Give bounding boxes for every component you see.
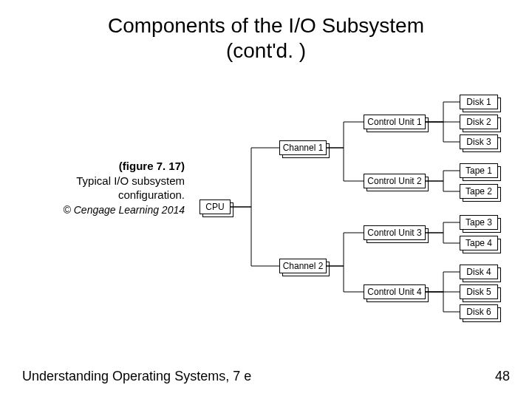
channel-1-box: Channel 1 bbox=[279, 140, 327, 155]
disk-5-box: Disk 5 bbox=[460, 284, 498, 299]
title-line1: Components of the I/O Subsystem bbox=[108, 14, 424, 37]
copyright: © Cengage Learning 2014 bbox=[64, 204, 185, 216]
disk-6-box: Disk 6 bbox=[460, 304, 498, 319]
disk-1-box: Disk 1 bbox=[460, 95, 498, 109]
control-unit-1-box: Control Unit 1 bbox=[364, 115, 426, 129]
caption-line1: Typical I/O subsystem bbox=[76, 174, 185, 187]
channel-2-box: Channel 2 bbox=[279, 259, 327, 273]
tape-3-box: Tape 3 bbox=[460, 215, 498, 230]
figure-caption: (figure 7. 17) Typical I/O subsystem con… bbox=[22, 159, 185, 216]
io-subsystem-diagram: CPU Channel 1 Channel 2 Control Unit 1 C… bbox=[200, 96, 517, 340]
control-unit-2-box: Control Unit 2 bbox=[364, 174, 426, 188]
tape-2-box: Tape 2 bbox=[460, 184, 498, 199]
figure-number: (figure 7. 17) bbox=[119, 160, 185, 172]
disk-4-box: Disk 4 bbox=[460, 265, 498, 279]
control-unit-3-box: Control Unit 3 bbox=[364, 225, 426, 240]
disk-3-box: Disk 3 bbox=[460, 134, 498, 149]
control-unit-4-box: Control Unit 4 bbox=[364, 284, 426, 299]
cpu-box: CPU bbox=[200, 200, 231, 214]
page-number: 48 bbox=[495, 369, 510, 384]
footer-book-title: Understanding Operating Systems, 7 e bbox=[22, 369, 251, 384]
title-line2: (cont'd. ) bbox=[226, 39, 306, 62]
tape-1-box: Tape 1 bbox=[460, 163, 498, 178]
slide-title: Components of the I/O Subsystem (cont'd.… bbox=[0, 13, 532, 63]
caption-line2: configuration. bbox=[118, 188, 185, 201]
tape-4-box: Tape 4 bbox=[460, 236, 498, 250]
disk-2-box: Disk 2 bbox=[460, 115, 498, 129]
